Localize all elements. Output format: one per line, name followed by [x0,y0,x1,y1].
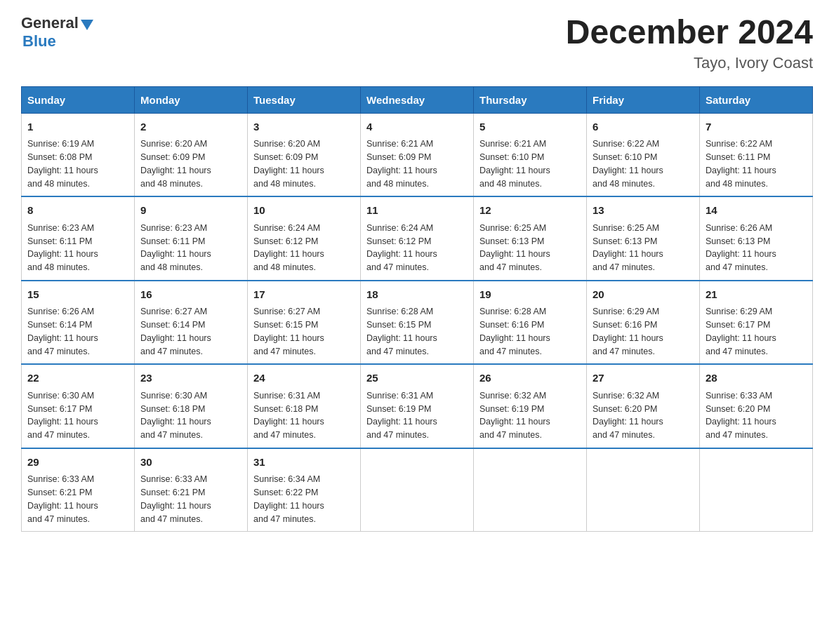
calendar-subtitle: Tayo, Ivory Coast [566,54,813,72]
day-number: 19 [479,287,581,303]
calendar-week-4: 22 Sunrise: 6:30 AM Sunset: 6:17 PM Dayl… [22,364,813,448]
sunrise-label: Sunrise: 6:21 AM [366,139,433,149]
daylight-minutes: and 47 minutes. [27,347,90,356]
sunset-label: Sunset: 6:15 PM [253,320,318,330]
daylight-label: Daylight: 11 hours [253,333,324,343]
table-row [700,448,813,532]
day-number: 15 [27,287,128,303]
sunrise-label: Sunrise: 6:28 AM [366,307,433,316]
sunrise-label: Sunrise: 6:20 AM [140,139,207,149]
sunrise-label: Sunrise: 6:33 AM [706,391,772,401]
table-row: 10 Sunrise: 6:24 AM Sunset: 6:12 PM Dayl… [248,196,361,281]
day-number: 7 [706,119,807,135]
logo-general-text: General [21,14,79,32]
daylight-minutes: and 47 minutes. [253,347,316,356]
sunrise-label: Sunrise: 6:26 AM [27,307,94,316]
daylight-minutes: and 48 minutes. [253,179,316,189]
header-tuesday: Tuesday [248,86,361,113]
sunset-label: Sunset: 6:11 PM [706,152,770,162]
sunset-label: Sunset: 6:16 PM [479,320,544,330]
table-row [587,448,700,532]
daylight-minutes: and 47 minutes. [706,430,768,440]
daylight-label: Daylight: 11 hours [253,417,324,427]
table-row: 8 Sunrise: 6:23 AM Sunset: 6:11 PM Dayli… [22,196,135,281]
daylight-label: Daylight: 11 hours [706,249,776,259]
day-number: 8 [27,203,128,219]
sunset-label: Sunset: 6:21 PM [140,488,205,497]
day-number: 12 [479,203,581,219]
table-row: 1 Sunrise: 6:19 AM Sunset: 6:08 PM Dayli… [22,113,135,196]
day-number: 16 [140,287,241,303]
table-row: 16 Sunrise: 6:27 AM Sunset: 6:14 PM Dayl… [135,281,248,365]
sunrise-label: Sunrise: 6:25 AM [593,223,659,233]
daylight-minutes: and 48 minutes. [253,262,316,272]
daylight-label: Daylight: 11 hours [593,166,663,175]
sunrise-label: Sunrise: 6:31 AM [253,391,320,401]
sunrise-label: Sunrise: 6:29 AM [706,307,772,316]
daylight-label: Daylight: 11 hours [479,417,550,427]
daylight-label: Daylight: 11 hours [366,333,437,343]
sunrise-label: Sunrise: 6:33 AM [27,474,94,484]
day-number: 25 [366,370,468,387]
day-number: 24 [253,370,355,387]
daylight-minutes: and 47 minutes. [253,430,316,440]
header-friday: Friday [587,86,700,113]
day-number: 26 [479,370,581,387]
daylight-label: Daylight: 11 hours [706,166,776,175]
daylight-label: Daylight: 11 hours [27,417,98,427]
day-number: 13 [593,203,694,219]
day-number: 3 [253,119,355,135]
daylight-minutes: and 47 minutes. [479,347,542,356]
daylight-label: Daylight: 11 hours [253,501,324,511]
table-row: 11 Sunrise: 6:24 AM Sunset: 6:12 PM Dayl… [361,196,474,281]
sunset-label: Sunset: 6:16 PM [593,320,657,330]
day-number: 23 [140,370,241,387]
day-number: 5 [479,119,581,135]
sunset-label: Sunset: 6:14 PM [140,320,205,330]
calendar-week-3: 15 Sunrise: 6:26 AM Sunset: 6:14 PM Dayl… [22,281,813,365]
table-row: 19 Sunrise: 6:28 AM Sunset: 6:16 PM Dayl… [474,281,587,365]
sunset-label: Sunset: 6:08 PM [27,152,92,162]
daylight-label: Daylight: 11 hours [479,333,550,343]
table-row: 5 Sunrise: 6:21 AM Sunset: 6:10 PM Dayli… [474,113,587,196]
sunrise-label: Sunrise: 6:21 AM [479,139,546,149]
sunrise-label: Sunrise: 6:23 AM [27,223,94,233]
day-number: 10 [253,203,355,219]
daylight-minutes: and 47 minutes. [27,430,90,440]
calendar-week-1: 1 Sunrise: 6:19 AM Sunset: 6:08 PM Dayli… [22,113,813,196]
sunset-label: Sunset: 6:10 PM [479,152,544,162]
daylight-minutes: and 48 minutes. [140,262,203,272]
daylight-label: Daylight: 11 hours [27,333,98,343]
sunset-label: Sunset: 6:20 PM [706,404,770,414]
daylight-minutes: and 48 minutes. [479,179,542,189]
header-wednesday: Wednesday [361,86,474,113]
table-row: 12 Sunrise: 6:25 AM Sunset: 6:13 PM Dayl… [474,196,587,281]
calendar-week-2: 8 Sunrise: 6:23 AM Sunset: 6:11 PM Dayli… [22,196,813,281]
daylight-minutes: and 48 minutes. [593,179,655,189]
daylight-label: Daylight: 11 hours [366,417,437,427]
sunset-label: Sunset: 6:13 PM [593,236,657,246]
sunset-label: Sunset: 6:20 PM [593,404,657,414]
table-row [361,448,474,532]
sunrise-label: Sunrise: 6:27 AM [140,307,207,316]
daylight-minutes: and 47 minutes. [479,430,542,440]
table-row: 15 Sunrise: 6:26 AM Sunset: 6:14 PM Dayl… [22,281,135,365]
daylight-minutes: and 47 minutes. [140,430,203,440]
daylight-minutes: and 47 minutes. [366,262,429,272]
sunset-label: Sunset: 6:10 PM [593,152,657,162]
sunset-label: Sunset: 6:19 PM [366,404,431,414]
table-row: 27 Sunrise: 6:32 AM Sunset: 6:20 PM Dayl… [587,364,700,448]
sunrise-label: Sunrise: 6:30 AM [27,391,94,401]
day-number: 14 [706,203,807,219]
sunrise-label: Sunrise: 6:22 AM [593,139,659,149]
day-number: 28 [706,370,807,387]
table-row: 14 Sunrise: 6:26 AM Sunset: 6:13 PM Dayl… [700,196,813,281]
table-row: 6 Sunrise: 6:22 AM Sunset: 6:10 PM Dayli… [587,113,700,196]
table-row: 4 Sunrise: 6:21 AM Sunset: 6:09 PM Dayli… [361,113,474,196]
sunset-label: Sunset: 6:13 PM [479,236,544,246]
sunrise-label: Sunrise: 6:33 AM [140,474,207,484]
daylight-label: Daylight: 11 hours [27,166,98,175]
day-number: 31 [253,455,355,471]
sunrise-label: Sunrise: 6:20 AM [253,139,320,149]
table-row: 30 Sunrise: 6:33 AM Sunset: 6:21 PM Dayl… [135,448,248,532]
